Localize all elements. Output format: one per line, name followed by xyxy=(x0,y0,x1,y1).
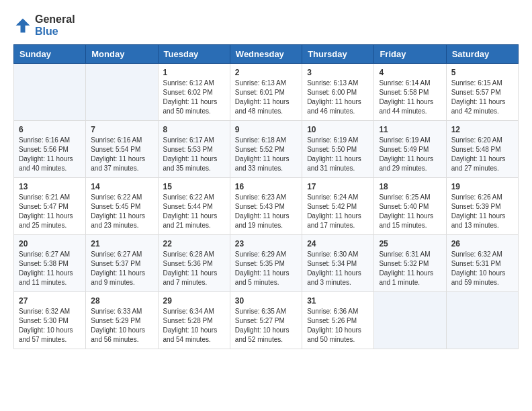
calendar-cell: 7Sunrise: 6:16 AM Sunset: 5:54 PM Daylig… xyxy=(86,121,158,178)
cell-info: Sunrise: 6:20 AM Sunset: 5:48 PM Dayligh… xyxy=(451,136,513,173)
calendar-cell: 21Sunrise: 6:27 AM Sunset: 5:37 PM Dayli… xyxy=(86,235,158,292)
cell-info: Sunrise: 6:21 AM Sunset: 5:47 PM Dayligh… xyxy=(19,193,81,230)
calendar-cell: 14Sunrise: 6:22 AM Sunset: 5:45 PM Dayli… xyxy=(86,178,158,235)
day-number: 18 xyxy=(379,182,441,191)
cell-info: Sunrise: 6:16 AM Sunset: 5:56 PM Dayligh… xyxy=(19,136,81,173)
day-number: 27 xyxy=(19,296,81,306)
day-number: 22 xyxy=(163,239,225,248)
cell-info: Sunrise: 6:36 AM Sunset: 5:26 PM Dayligh… xyxy=(307,307,369,345)
weekday-header-wednesday: Wednesday xyxy=(230,45,302,64)
logo: General Blue xyxy=(13,13,75,38)
day-number: 12 xyxy=(451,125,513,134)
calendar-week-row: 13Sunrise: 6:21 AM Sunset: 5:47 PM Dayli… xyxy=(14,178,519,235)
day-number: 30 xyxy=(235,296,297,306)
day-number: 6 xyxy=(19,125,81,134)
day-number: 25 xyxy=(379,239,441,248)
cell-info: Sunrise: 6:24 AM Sunset: 5:42 PM Dayligh… xyxy=(307,193,369,230)
calendar-cell: 18Sunrise: 6:25 AM Sunset: 5:40 PM Dayli… xyxy=(374,178,446,235)
cell-info: Sunrise: 6:22 AM Sunset: 5:45 PM Dayligh… xyxy=(91,193,152,230)
calendar-cell: 26Sunrise: 6:32 AM Sunset: 5:31 PM Dayli… xyxy=(446,235,518,292)
day-number: 7 xyxy=(91,125,152,134)
cell-info: Sunrise: 6:23 AM Sunset: 5:43 PM Dayligh… xyxy=(235,193,297,230)
cell-info: Sunrise: 6:33 AM Sunset: 5:29 PM Dayligh… xyxy=(91,307,152,345)
calendar-cell: 22Sunrise: 6:28 AM Sunset: 5:36 PM Dayli… xyxy=(158,235,230,292)
day-number: 11 xyxy=(379,125,441,134)
cell-info: Sunrise: 6:32 AM Sunset: 5:30 PM Dayligh… xyxy=(19,307,81,345)
day-number: 24 xyxy=(307,239,369,248)
weekday-header-friday: Friday xyxy=(374,45,446,64)
calendar-cell: 17Sunrise: 6:24 AM Sunset: 5:42 PM Dayli… xyxy=(302,178,374,235)
cell-info: Sunrise: 6:35 AM Sunset: 5:27 PM Dayligh… xyxy=(235,307,297,345)
weekday-header-monday: Monday xyxy=(86,45,158,64)
cell-info: Sunrise: 6:31 AM Sunset: 5:32 PM Dayligh… xyxy=(379,250,441,287)
day-number: 9 xyxy=(235,125,297,134)
weekday-header-sunday: Sunday xyxy=(14,45,86,64)
cell-info: Sunrise: 6:32 AM Sunset: 5:31 PM Dayligh… xyxy=(451,250,513,287)
weekday-header-saturday: Saturday xyxy=(446,45,518,64)
cell-info: Sunrise: 6:28 AM Sunset: 5:36 PM Dayligh… xyxy=(163,250,225,287)
calendar-cell: 3Sunrise: 6:13 AM Sunset: 6:00 PM Daylig… xyxy=(302,64,374,121)
day-number: 26 xyxy=(451,239,513,248)
day-number: 2 xyxy=(235,68,297,77)
cell-info: Sunrise: 6:14 AM Sunset: 5:58 PM Dayligh… xyxy=(379,79,441,116)
day-number: 4 xyxy=(379,68,441,77)
calendar-cell: 5Sunrise: 6:15 AM Sunset: 5:57 PM Daylig… xyxy=(446,64,518,121)
cell-info: Sunrise: 6:13 AM Sunset: 6:00 PM Dayligh… xyxy=(307,79,369,116)
cell-info: Sunrise: 6:18 AM Sunset: 5:52 PM Dayligh… xyxy=(235,136,297,173)
calendar-week-row: 20Sunrise: 6:27 AM Sunset: 5:38 PM Dayli… xyxy=(14,235,519,292)
calendar-cell: 16Sunrise: 6:23 AM Sunset: 5:43 PM Dayli… xyxy=(230,178,302,235)
day-number: 10 xyxy=(307,125,369,134)
calendar-cell: 11Sunrise: 6:19 AM Sunset: 5:49 PM Dayli… xyxy=(374,121,446,178)
day-number: 8 xyxy=(163,125,225,134)
cell-info: Sunrise: 6:34 AM Sunset: 5:28 PM Dayligh… xyxy=(163,307,225,345)
cell-info: Sunrise: 6:27 AM Sunset: 5:37 PM Dayligh… xyxy=(91,250,152,287)
calendar-cell: 31Sunrise: 6:36 AM Sunset: 5:26 PM Dayli… xyxy=(302,292,374,349)
cell-info: Sunrise: 6:17 AM Sunset: 5:53 PM Dayligh… xyxy=(163,136,225,173)
calendar-cell: 28Sunrise: 6:33 AM Sunset: 5:29 PM Dayli… xyxy=(86,292,158,349)
calendar-cell: 24Sunrise: 6:30 AM Sunset: 5:34 PM Dayli… xyxy=(302,235,374,292)
calendar-week-row: 6Sunrise: 6:16 AM Sunset: 5:56 PM Daylig… xyxy=(14,121,519,178)
weekday-header-thursday: Thursday xyxy=(302,45,374,64)
cell-info: Sunrise: 6:30 AM Sunset: 5:34 PM Dayligh… xyxy=(307,250,369,287)
cell-info: Sunrise: 6:12 AM Sunset: 6:02 PM Dayligh… xyxy=(163,79,225,116)
calendar-cell: 20Sunrise: 6:27 AM Sunset: 5:38 PM Dayli… xyxy=(14,235,86,292)
day-number: 31 xyxy=(307,296,369,306)
calendar-cell: 2Sunrise: 6:13 AM Sunset: 6:01 PM Daylig… xyxy=(230,64,302,121)
calendar-cell: 27Sunrise: 6:32 AM Sunset: 5:30 PM Dayli… xyxy=(14,292,86,349)
logo-icon xyxy=(13,16,32,35)
day-number: 21 xyxy=(91,239,152,248)
day-number: 29 xyxy=(163,296,225,306)
cell-info: Sunrise: 6:15 AM Sunset: 5:57 PM Dayligh… xyxy=(451,79,513,116)
cell-info: Sunrise: 6:13 AM Sunset: 6:01 PM Dayligh… xyxy=(235,79,297,116)
calendar-cell: 1Sunrise: 6:12 AM Sunset: 6:02 PM Daylig… xyxy=(158,64,230,121)
weekday-header-tuesday: Tuesday xyxy=(158,45,230,64)
calendar-cell: 30Sunrise: 6:35 AM Sunset: 5:27 PM Dayli… xyxy=(230,292,302,349)
day-number: 19 xyxy=(451,182,513,191)
calendar-cell: 29Sunrise: 6:34 AM Sunset: 5:28 PM Dayli… xyxy=(158,292,230,349)
cell-info: Sunrise: 6:25 AM Sunset: 5:40 PM Dayligh… xyxy=(379,193,441,230)
day-number: 13 xyxy=(19,182,81,191)
day-number: 16 xyxy=(235,182,297,191)
calendar-cell: 15Sunrise: 6:22 AM Sunset: 5:44 PM Dayli… xyxy=(158,178,230,235)
day-number: 3 xyxy=(307,68,369,77)
calendar-cell: 9Sunrise: 6:18 AM Sunset: 5:52 PM Daylig… xyxy=(230,121,302,178)
logo-text: General Blue xyxy=(35,13,75,38)
calendar-body: 1Sunrise: 6:12 AM Sunset: 6:02 PM Daylig… xyxy=(14,64,519,349)
calendar-table: SundayMondayTuesdayWednesdayThursdayFrid… xyxy=(13,44,519,349)
svg-marker-0 xyxy=(16,19,30,33)
calendar-cell xyxy=(86,64,158,121)
calendar-cell: 8Sunrise: 6:17 AM Sunset: 5:53 PM Daylig… xyxy=(158,121,230,178)
calendar-cell xyxy=(446,292,518,349)
day-number: 15 xyxy=(163,182,225,191)
page-header: General Blue xyxy=(13,13,519,38)
cell-info: Sunrise: 6:26 AM Sunset: 5:39 PM Dayligh… xyxy=(451,193,513,230)
cell-info: Sunrise: 6:19 AM Sunset: 5:49 PM Dayligh… xyxy=(379,136,441,173)
calendar-week-row: 27Sunrise: 6:32 AM Sunset: 5:30 PM Dayli… xyxy=(14,292,519,349)
day-number: 20 xyxy=(19,239,81,248)
calendar-cell: 25Sunrise: 6:31 AM Sunset: 5:32 PM Dayli… xyxy=(374,235,446,292)
cell-info: Sunrise: 6:29 AM Sunset: 5:35 PM Dayligh… xyxy=(235,250,297,287)
calendar-cell: 23Sunrise: 6:29 AM Sunset: 5:35 PM Dayli… xyxy=(230,235,302,292)
day-number: 1 xyxy=(163,68,225,77)
calendar-cell: 10Sunrise: 6:19 AM Sunset: 5:50 PM Dayli… xyxy=(302,121,374,178)
day-number: 5 xyxy=(451,68,513,77)
